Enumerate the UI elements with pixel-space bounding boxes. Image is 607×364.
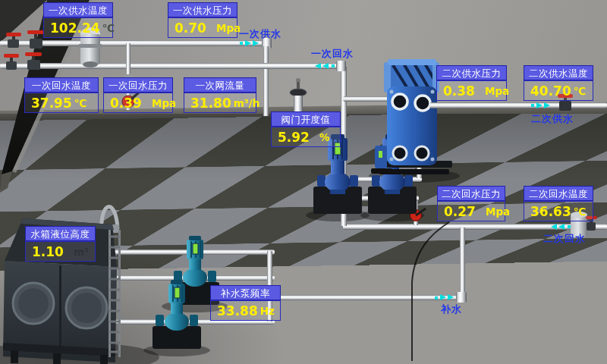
- gauge-readout: 102.24℃: [43, 17, 113, 38]
- gauge-secondary-supply-pressure[interactable]: 二次供水压力 0.38Mpa: [436, 65, 507, 101]
- control-valve[interactable]: [290, 78, 307, 113]
- return-valve-2[interactable]: [25, 52, 42, 70]
- hmi-screen: 一次供水 一次回水 二次供水 二次回水 补水 一次供水温度 102.24℃ 一次…: [0, 0, 607, 364]
- gauge-title: 一次回水压力: [103, 77, 173, 93]
- gauge-title: 二次回水温度: [524, 186, 593, 201]
- gauge-makeup-pump-frequency[interactable]: 补水泵频率 33.88Hz: [210, 285, 281, 321]
- gauge-title: 二次回水压力: [437, 186, 505, 201]
- gauge-readout: 0.38Mpa: [436, 80, 507, 101]
- gauge-secondary-supply-temp[interactable]: 二次供水温度 40.70℃: [524, 65, 593, 101]
- gauge-valve-opening[interactable]: 阀门开度值 5.92%: [271, 111, 341, 147]
- gauge-title: 补水泵频率: [210, 285, 281, 300]
- gauge-title: 一次供水温度: [43, 2, 113, 17]
- primary-return-pipe-label: 一次回水: [311, 47, 354, 61]
- gauge-primary-return-pressure[interactable]: 一次回水压力 0.39Mpa: [103, 77, 173, 113]
- gauge-readout: 0.70Mpa: [168, 17, 237, 38]
- plant-scene: [0, 0, 607, 364]
- secondary-supply-pipe: [429, 102, 607, 108]
- gauge-readout: 40.70℃: [524, 80, 593, 101]
- gauge-secondary-return-temp[interactable]: 二次回水温度 36.63℃: [524, 186, 593, 221]
- gauge-readout: 33.88Hz: [210, 300, 281, 321]
- sensor-cable: [412, 222, 449, 361]
- gauge-secondary-return-pressure[interactable]: 二次回水压力 0.27Mpa: [437, 186, 505, 221]
- gauge-title: 一次回水温度: [24, 77, 99, 93]
- secondary-supply-pipe-label: 二次供水: [531, 112, 574, 126]
- makeup-water-pipes: [114, 249, 467, 325]
- gauge-primary-supply-pressure[interactable]: 一次供水压力 0.70Mpa: [168, 2, 237, 38]
- gauge-readout: 0.27Mpa: [437, 201, 505, 221]
- gauge-title: 一次网流量: [184, 77, 256, 93]
- supply-valve-2[interactable]: [27, 30, 44, 49]
- gauge-primary-network-flow[interactable]: 一次网流量 31.80m³/h: [184, 77, 256, 113]
- gauge-title: 一次供水压力: [168, 2, 237, 17]
- gauge-readout: 31.80m³/h: [184, 93, 256, 113]
- gauge-readout: 36.63℃: [524, 201, 593, 221]
- gauge-title: 二次供水温度: [524, 65, 593, 80]
- makeup-water-pipe-label: 补水: [441, 303, 462, 316]
- gauge-title: 阀门开度值: [271, 111, 341, 127]
- secondary-return-pipe-label: 二次回水: [543, 232, 586, 246]
- gauge-primary-supply-temp[interactable]: 一次供水温度 102.24℃: [43, 2, 113, 38]
- gauge-readout: 1.10m³: [25, 241, 96, 262]
- gauge-title: 水箱液位高度: [25, 226, 96, 241]
- gauge-readout: 5.92%: [271, 127, 341, 147]
- gauge-tank-level[interactable]: 水箱液位高度 1.10m³: [25, 226, 96, 262]
- gauge-readout: 0.39Mpa: [103, 93, 173, 113]
- return-valve-1[interactable]: [4, 54, 19, 70]
- primary-supply-pipe-label: 一次供水: [239, 27, 281, 41]
- gauge-readout: 37.95℃: [24, 93, 99, 113]
- gauge-title: 二次供水压力: [436, 65, 507, 80]
- gauge-primary-return-temp[interactable]: 一次回水温度 37.95℃: [24, 77, 99, 113]
